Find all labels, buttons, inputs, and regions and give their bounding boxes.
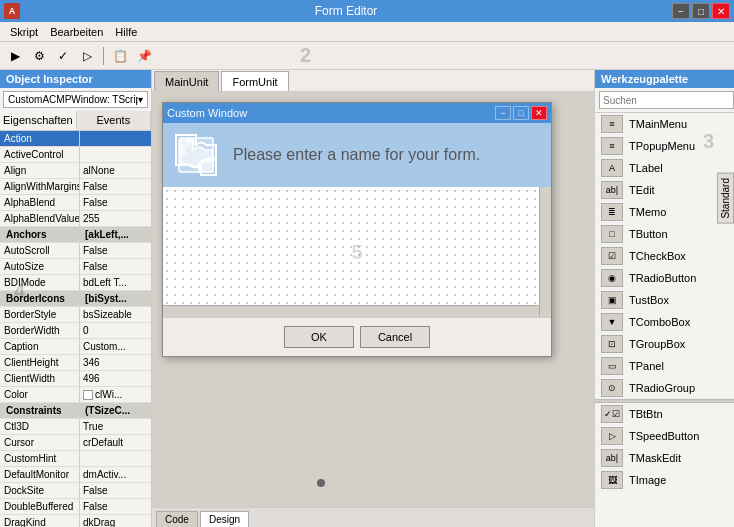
wp-item[interactable]: ⊙TRadioGroup <box>595 377 734 399</box>
cw-cancel-button[interactable]: Cancel <box>360 326 430 348</box>
prop-value[interactable]: False <box>80 243 151 258</box>
wp-item[interactable]: ab|TMaskEdit <box>595 447 734 469</box>
wp-standard-tab[interactable]: Standard <box>717 173 734 224</box>
toolbar-paste[interactable]: 📌 <box>133 45 155 67</box>
prop-value[interactable]: (TSizeC... <box>82 405 151 416</box>
prop-value[interactable]: 346 <box>80 355 151 370</box>
prop-value[interactable]: 0 <box>80 323 151 338</box>
tab-design[interactable]: Design <box>200 511 249 527</box>
wp-item-label: TRadioGroup <box>629 382 695 394</box>
prop-name: Ctl3D <box>0 419 80 434</box>
prop-value[interactable] <box>80 147 151 162</box>
tab-formunit[interactable]: FormUnit <box>221 71 288 91</box>
wp-item-icon: ab| <box>601 181 623 199</box>
wp-item[interactable]: ▭TPanel <box>595 355 734 377</box>
toolbar-check[interactable]: ✓ <box>52 45 74 67</box>
toolbar-copy[interactable]: 📋 <box>109 45 131 67</box>
toolbar-settings[interactable]: ⚙ <box>28 45 50 67</box>
cw-min-btn[interactable]: − <box>495 106 511 120</box>
wp-item-label: TustBox <box>629 294 669 306</box>
menu-hilfe[interactable]: Hilfe <box>109 24 143 40</box>
wp-item-icon: ▭ <box>601 357 623 375</box>
menu-bearbeiten[interactable]: Bearbeiten <box>44 24 109 40</box>
wp-item-icon: ☑ <box>601 247 623 265</box>
wp-item-icon: ≣ <box>601 203 623 221</box>
wp-search: 🔍 <box>595 88 734 113</box>
prop-value[interactable]: Custom... <box>80 339 151 354</box>
oi-dropdown[interactable]: CustomACMPWindow: TScriptF ▾ <box>3 91 148 108</box>
prop-value[interactable]: 255 <box>80 211 151 226</box>
prop-value[interactable]: False <box>80 483 151 498</box>
cw-scrollbar-horizontal[interactable] <box>163 305 539 317</box>
toolbar-play[interactable]: ▷ <box>76 45 98 67</box>
toolbar-run[interactable]: ▶ <box>4 45 26 67</box>
prop-value[interactable] <box>80 131 151 146</box>
tab-events[interactable]: Events <box>77 111 151 130</box>
prop-row: Anchors[akLeft,... <box>0 227 151 243</box>
tab-code[interactable]: Code <box>156 511 198 527</box>
prop-row: AutoSizeFalse <box>0 259 151 275</box>
cw-ok-button[interactable]: OK <box>284 326 354 348</box>
wp-list: ≡TMainMenu≡TPopupMenuATLabelab|TEdit≣TMe… <box>595 113 734 527</box>
prop-value[interactable]: False <box>80 179 151 194</box>
cw-close-btn[interactable]: ✕ <box>531 106 547 120</box>
wp-item[interactable]: ▷TSpeedButton <box>595 425 734 447</box>
prop-row: BorderWidth0 <box>0 323 151 339</box>
wp-item-icon: ✓☑ <box>601 405 623 423</box>
maximize-button[interactable]: □ <box>692 3 710 19</box>
menu-skript[interactable]: Skript <box>4 24 44 40</box>
prop-value[interactable] <box>80 451 151 466</box>
chevron-down-icon: ▾ <box>138 94 143 105</box>
prop-value[interactable]: alNone <box>80 163 151 178</box>
prop-value[interactable]: clWi... <box>80 387 151 402</box>
prop-value[interactable]: [akLeft,... <box>82 229 151 240</box>
prop-value[interactable]: crDefault <box>80 435 151 450</box>
wp-item[interactable]: ✓☑TBtBtn <box>595 403 734 425</box>
wp-item[interactable]: ab|TEdit <box>595 179 734 201</box>
wp-item-icon: □ <box>601 225 623 243</box>
wp-item[interactable]: ▼TComboBox <box>595 311 734 333</box>
minimize-button[interactable]: − <box>672 3 690 19</box>
prop-name: BorderIcons <box>2 293 82 304</box>
prop-value[interactable]: dmActiv... <box>80 467 151 482</box>
wp-item[interactable]: ATLabel <box>595 157 734 179</box>
prop-row: DockSiteFalse <box>0 483 151 499</box>
prop-row: DefaultMonitordmActiv... <box>0 467 151 483</box>
object-inspector: Object Inspector CustomACMPWindow: TScri… <box>0 70 152 527</box>
prop-value[interactable]: False <box>80 259 151 274</box>
wp-item[interactable]: 🖼TImage <box>595 469 734 491</box>
prop-value[interactable]: [biSyst... <box>82 293 151 304</box>
wp-item[interactable]: □TButton <box>595 223 734 245</box>
wp-item[interactable]: ▣TustBox <box>595 289 734 311</box>
prop-value[interactable]: bdLeft T... <box>80 275 151 290</box>
prop-value[interactable]: 496 <box>80 371 151 386</box>
wp-item[interactable]: ≣TMemo <box>595 201 734 223</box>
wp-item-label: TImage <box>629 474 666 486</box>
wp-item[interactable]: ≡TPopupMenu <box>595 135 734 157</box>
search-input[interactable] <box>599 91 734 109</box>
tab-mainunit[interactable]: MainUnit <box>154 71 219 91</box>
tab-eigenschaften[interactable]: Eigenschaften <box>0 111 77 130</box>
cw-scrollbar-vertical[interactable] <box>539 187 551 317</box>
prop-value[interactable]: bsSizeable <box>80 307 151 322</box>
wp-item-label: TLabel <box>629 162 663 174</box>
form-designer[interactable]: Custom Window − □ ✕ <box>152 92 594 507</box>
center-panel: MainUnit FormUnit Custom Window − □ ✕ <box>152 70 594 527</box>
prop-value[interactable]: False <box>80 499 151 514</box>
prop-value[interactable]: True <box>80 419 151 434</box>
cw-max-btn[interactable]: □ <box>513 106 529 120</box>
prop-row: DragKinddkDrag <box>0 515 151 527</box>
wp-item[interactable]: ≡TMainMenu <box>595 113 734 135</box>
wp-item[interactable]: ◉TRadioButton <box>595 267 734 289</box>
prop-value[interactable]: dkDrag <box>80 515 151 527</box>
cw-titlebar: Custom Window − □ ✕ <box>163 103 551 123</box>
cw-body[interactable]: 5 <box>163 187 551 317</box>
close-button[interactable]: ✕ <box>712 3 730 19</box>
wp-item[interactable]: ⊡TGroupBox <box>595 333 734 355</box>
prop-value[interactable]: False <box>80 195 151 210</box>
wp-item-icon: 🖼 <box>601 471 623 489</box>
prop-row: AlphaBlendFalse <box>0 195 151 211</box>
wp-item-label: TPopupMenu <box>629 140 695 152</box>
app-icon: A <box>4 3 20 19</box>
wp-item[interactable]: ☑TCheckBox <box>595 245 734 267</box>
